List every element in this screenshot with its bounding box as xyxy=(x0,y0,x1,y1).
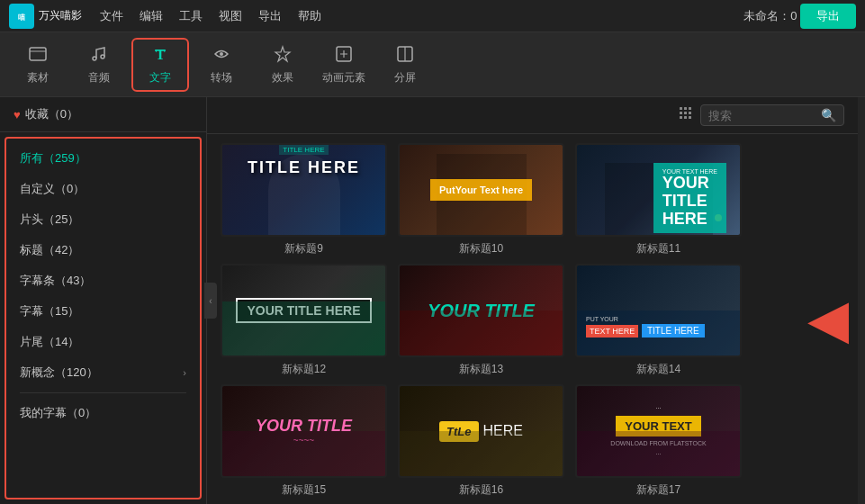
item-label-11: 新标题11 xyxy=(636,241,680,256)
grid-item-17[interactable]: ··· YOUR TEXT DOWNLOAD FROM FLATSTOCK ··… xyxy=(575,384,742,498)
material-label: 素材 xyxy=(27,70,49,86)
audio-label: 音频 xyxy=(88,70,110,86)
toolbar-effects[interactable]: 效果 xyxy=(254,38,311,92)
search-input[interactable] xyxy=(708,109,816,122)
menubar: 喵 万兴喵影 文件 编辑 工具 视图 导出 帮助 未命名：0 导出 xyxy=(0,0,865,32)
favorites-bar[interactable]: ♥ 收藏（0） xyxy=(0,97,206,132)
search-icon[interactable]: 🔍 xyxy=(821,108,836,122)
toolbar-split[interactable]: 分屏 xyxy=(376,38,434,92)
menu-view[interactable]: 视图 xyxy=(219,8,242,24)
sidebar-item-ending[interactable]: 片尾（14） xyxy=(6,327,200,357)
item-label-9: 新标题9 xyxy=(284,241,323,256)
svg-rect-19 xyxy=(684,116,687,119)
window-title: 未命名：0 xyxy=(743,8,797,24)
sidebar-list: 所有（259） 自定义（0） 片头（25） 标题（42） 字幕条（43） 字幕（… xyxy=(5,137,202,500)
svg-rect-14 xyxy=(689,107,691,110)
grid-view-button[interactable] xyxy=(679,106,693,124)
transition-label: 转场 xyxy=(211,70,232,86)
toolbar-transition[interactable]: 转场 xyxy=(193,38,250,92)
thumbnail-11: YOUR TEXT HERE YOURTITLEHERE xyxy=(575,143,742,237)
grid-item-15[interactable]: YOUR TITLE ~~~~ 新标题15 xyxy=(221,384,387,498)
item-label-10: 新标题10 xyxy=(459,241,503,256)
sidebar-item-new-concept[interactable]: 新概念（120） › xyxy=(6,357,200,388)
heart-icon: ♥ xyxy=(14,108,21,122)
grid-area: TITLE HERE TITLE HERE 新标题9 Put xyxy=(207,134,798,504)
thumbnail-13: YOUR TITLE xyxy=(398,264,564,357)
toolbar-material[interactable]: 素材 xyxy=(9,38,67,92)
svg-rect-12 xyxy=(680,107,682,110)
logo-icon: 喵 xyxy=(9,4,34,29)
grid-row-3: YOUR TITLE ~~~~ 新标题15 xyxy=(221,384,785,498)
red-arrow-icon: ◀ xyxy=(807,292,849,346)
thumbnail-15: YOUR TITLE ~~~~ xyxy=(221,384,387,478)
text-label: 文字 xyxy=(149,70,171,86)
grid-item-11[interactable]: YOUR TEXT HERE YOURTITLEHERE 新标题11 xyxy=(575,143,742,256)
menu-tools[interactable]: 工具 xyxy=(179,8,203,24)
item-label-17: 新标题17 xyxy=(636,482,680,498)
motion-icon xyxy=(334,44,354,67)
grid-item-9[interactable]: TITLE HERE TITLE HERE 新标题9 xyxy=(221,143,387,256)
svg-point-3 xyxy=(93,57,96,60)
grid-item-12[interactable]: YOUR TITLE HERE 新标题12 xyxy=(221,264,387,377)
svg-rect-20 xyxy=(689,116,691,119)
sidebar-collapse-button[interactable]: ‹ xyxy=(204,283,217,319)
split-icon xyxy=(395,44,415,67)
grid-row-1: TITLE HERE TITLE HERE 新标题9 Put xyxy=(221,143,785,256)
grid-item-14[interactable]: PUT YOUR TEXT HERE TITLE HERE 新标题14 xyxy=(575,264,742,377)
svg-rect-2 xyxy=(30,48,46,60)
split-label: 分屏 xyxy=(394,70,416,86)
favorites-label: 收藏（0） xyxy=(25,106,78,122)
thumbnail-10: PutYour Text here xyxy=(398,143,564,237)
svg-rect-17 xyxy=(689,112,691,114)
material-icon xyxy=(28,44,48,67)
thumb9-text: TITLE HERE xyxy=(248,158,360,177)
item-label-13: 新标题13 xyxy=(459,362,503,377)
thumb11-box: YOUR TEXT HERE YOURTITLEHERE xyxy=(653,163,726,233)
collapse-icon: ‹ xyxy=(209,296,212,306)
thumbnail-16: TtLe HERE xyxy=(398,384,564,478)
svg-point-4 xyxy=(101,55,104,58)
app-logo: 喵 万兴喵影 xyxy=(9,4,82,29)
grid-item-16[interactable]: TtLe HERE 新标题16 xyxy=(398,384,564,498)
svg-rect-15 xyxy=(680,112,682,114)
text-icon: T xyxy=(150,44,170,67)
search-wrapper: 🔍 xyxy=(700,104,844,126)
item-label-15: 新标题15 xyxy=(282,482,326,498)
grid-item-10[interactable]: PutYour Text here 新标题10 xyxy=(398,143,564,256)
sidebar-divider xyxy=(20,392,186,393)
svg-text:T: T xyxy=(156,47,166,62)
logo-text: 万兴喵影 xyxy=(39,8,82,23)
menu-export[interactable]: 导出 xyxy=(258,8,282,24)
thumb9-sub: TITLE HERE xyxy=(279,145,328,155)
menu-file[interactable]: 文件 xyxy=(100,8,123,24)
grid-item-13[interactable]: YOUR TITLE 新标题13 xyxy=(398,264,564,377)
effects-icon xyxy=(273,44,293,67)
sidebar: ♥ 收藏（0） 所有（259） 自定义（0） 片头（25） 标题（42） 字幕条… xyxy=(0,97,207,504)
sidebar-item-mine[interactable]: 我的字幕（0） xyxy=(6,398,200,428)
toolbar-text[interactable]: T 文字 xyxy=(131,38,189,92)
menu-items: 文件 编辑 工具 视图 导出 帮助 xyxy=(100,8,743,24)
thumbnail-9: TITLE HERE TITLE HERE xyxy=(221,143,387,237)
sidebar-item-title[interactable]: 标题（42） xyxy=(6,235,200,266)
item-label-14: 新标题14 xyxy=(636,362,680,377)
menu-help[interactable]: 帮助 xyxy=(298,8,321,24)
content-area: 🔍 TITLE HERE xyxy=(207,97,858,504)
toolbar-audio[interactable]: 音频 xyxy=(70,38,128,92)
svg-marker-8 xyxy=(275,47,290,61)
export-button-top[interactable]: 导出 xyxy=(800,4,856,29)
sidebar-item-all[interactable]: 所有（259） xyxy=(6,143,200,174)
svg-rect-13 xyxy=(684,107,687,110)
item-label-16: 新标题16 xyxy=(459,482,503,498)
transition-icon xyxy=(212,44,231,67)
toolbar-motion[interactable]: 动画元素 xyxy=(315,38,373,92)
sidebar-item-custom[interactable]: 自定义（0） xyxy=(6,174,200,204)
menu-edit[interactable]: 编辑 xyxy=(140,8,163,24)
svg-rect-18 xyxy=(680,116,682,119)
sidebar-item-opening[interactable]: 片头（25） xyxy=(6,204,200,235)
sidebar-item-subtitle-bar[interactable]: 字幕条（43） xyxy=(6,266,200,296)
main-area: ♥ 收藏（0） 所有（259） 自定义（0） 片头（25） 标题（42） 字幕条… xyxy=(0,97,865,504)
audio-icon xyxy=(89,44,109,67)
search-bar: 🔍 xyxy=(207,97,858,134)
right-scrollbar[interactable] xyxy=(858,97,865,504)
sidebar-item-subtitle[interactable]: 字幕（15） xyxy=(6,296,200,327)
